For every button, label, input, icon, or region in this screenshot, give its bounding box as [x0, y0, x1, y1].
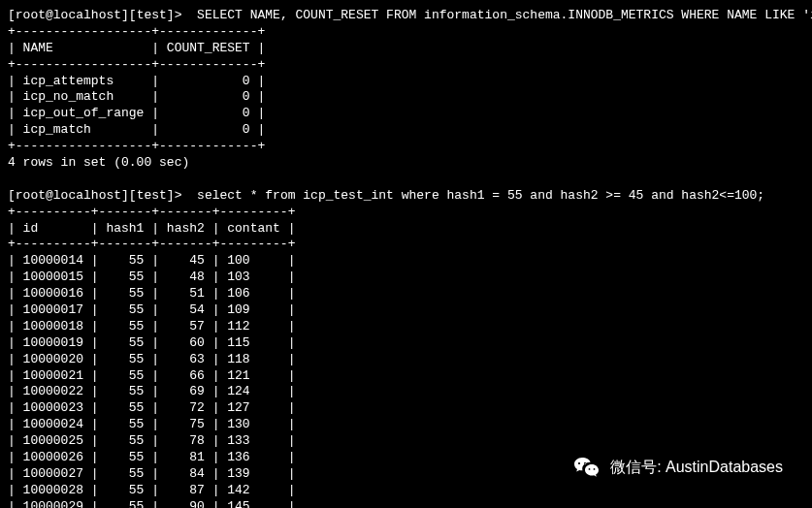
- table-row: | icp_no_match | 0 |: [8, 89, 804, 106]
- table-row: | 10000015 | 55 | 48 | 103 |: [8, 270, 804, 286]
- table-divider: +------------------+-------------+: [8, 139, 804, 155]
- table-header-row: | NAME | COUNT_RESET |: [8, 41, 804, 57]
- table-row: | 10000018 | 55 | 57 | 112 |: [8, 319, 804, 335]
- table-row: | 10000022 | 55 | 69 | 124 |: [8, 384, 804, 400]
- result-table-1: +------------------+-------------+| NAME…: [8, 24, 804, 155]
- table-divider: +----------+-------+-------+---------+: [8, 205, 804, 221]
- table-row: | 10000023 | 55 | 72 | 127 |: [8, 400, 804, 417]
- prompt-db: test: [137, 188, 167, 203]
- sql-query-2: select * from icp_test_int where hash1 =…: [197, 188, 764, 203]
- table-row: | 10000016 | 55 | 51 | 106 |: [8, 286, 804, 302]
- table-row: | 10000019 | 55 | 60 | 115 |: [8, 335, 804, 352]
- table-row: | icp_attempts | 0 |: [8, 74, 804, 90]
- table-row: | icp_match | 0 |: [8, 122, 804, 139]
- table-divider: +------------------+-------------+: [8, 24, 804, 41]
- watermark-value: AustinDatabases: [666, 459, 783, 475]
- table-row: | icp_out_of_range | 0 |: [8, 106, 804, 122]
- table-row: | 10000014 | 55 | 45 | 100 |: [8, 253, 804, 270]
- table-divider: +------------------+-------------+: [8, 57, 804, 74]
- table-row: | 10000025 | 55 | 78 | 133 |: [8, 433, 804, 450]
- table-row: | 10000028 | 55 | 87 | 142 |: [8, 483, 804, 499]
- table-row: | 10000020 | 55 | 63 | 118 |: [8, 352, 804, 368]
- sql-query-1: SELECT NAME, COUNT_RESET FROM informatio…: [197, 8, 812, 22]
- watermark: 微信号: AustinDatabases: [573, 456, 783, 479]
- table-row: | 10000029 | 55 | 90 | 145 |: [8, 499, 804, 508]
- table-row: | 10000024 | 55 | 75 | 130 |: [8, 417, 804, 433]
- table-header-row: | id | hash1 | hash2 | contant |: [8, 221, 804, 238]
- watermark-text: 微信号: AustinDatabases: [610, 458, 783, 478]
- wechat-icon: [573, 456, 601, 479]
- rows-summary-1: 4 rows in set (0.00 sec): [8, 155, 804, 172]
- table-row: | 10000017 | 55 | 54 | 109 |: [8, 302, 804, 319]
- watermark-label: 微信号: [610, 459, 657, 475]
- blank-line: [8, 172, 804, 188]
- prompt-line-2[interactable]: [root@localhost][test]> select * from ic…: [8, 188, 804, 205]
- table-divider: +----------+-------+-------+---------+: [8, 237, 804, 253]
- prompt-user: root@localhost: [16, 8, 121, 22]
- prompt-db: test: [137, 8, 167, 22]
- prompt-line-1[interactable]: [root@localhost][test]> SELECT NAME, COU…: [8, 8, 804, 24]
- terminal-output: [root@localhost][test]> SELECT NAME, COU…: [8, 8, 804, 508]
- prompt-user: root@localhost: [16, 188, 121, 203]
- table-row: | 10000021 | 55 | 66 | 121 |: [8, 368, 804, 385]
